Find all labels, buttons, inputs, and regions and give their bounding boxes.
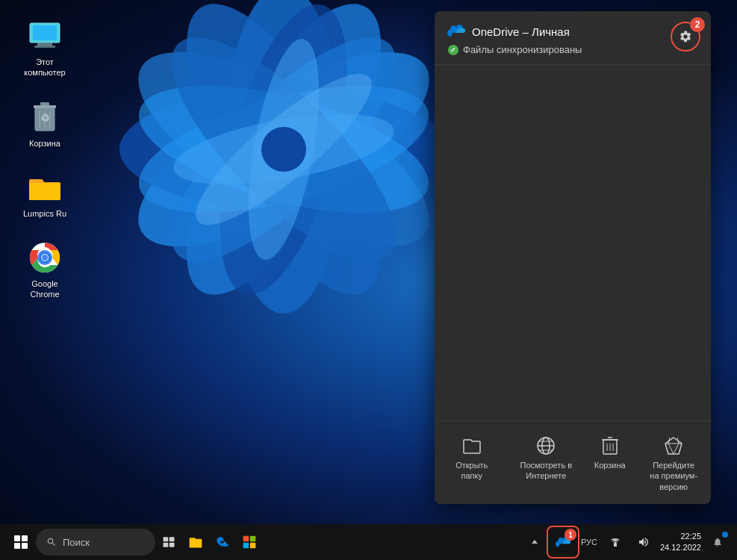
store-icon: [242, 535, 257, 550]
onedrive-popup: OneDrive – Личная ✓ Файлы синхронизирова…: [435, 11, 711, 504]
onedrive-cloud-icon: [447, 23, 466, 40]
lumpics-folder-icon: [27, 169, 63, 205]
trash-icon: [600, 436, 620, 455]
sync-status: ✓ Файлы синхронизированы: [447, 44, 582, 55]
svg-text:♻: ♻: [40, 112, 50, 124]
svg-rect-51: [170, 543, 175, 547]
clock-time: 22:25: [680, 531, 701, 542]
open-folder-button[interactable]: Открыть папку: [438, 430, 506, 488]
network-icon: [609, 536, 621, 548]
file-explorer-icon: [188, 535, 203, 549]
svg-rect-16: [33, 25, 57, 40]
notification-icon: [712, 537, 723, 547]
view-online-label: Посмотреть в Интернете: [520, 460, 572, 482]
edge-icon: [215, 535, 230, 550]
svg-rect-49: [170, 537, 175, 541]
svg-rect-53: [250, 536, 256, 542]
diamond-icon: [664, 436, 683, 455]
notification-badge: [722, 532, 728, 538]
premium-button[interactable]: Перейдите на премиум- версию: [640, 430, 707, 498]
keyboard-language-button[interactable]: РУС: [578, 529, 600, 556]
popup-content: [435, 65, 711, 420]
desktop-icon-recycle-bin[interactable]: ♻ Корзина: [15, 96, 75, 152]
popup-header-left: OneDrive – Личная ✓ Файлы синхронизирова…: [447, 23, 582, 55]
recycle-bin-label: Корзина: [29, 138, 60, 149]
desktop-icon-this-computer[interactable]: Этот компьютер: [15, 15, 75, 81]
volume-icon: [638, 536, 650, 548]
svg-rect-17: [37, 43, 52, 46]
notification-button[interactable]: [704, 529, 731, 556]
this-computer-label: Этот компьютер: [18, 57, 72, 78]
svg-line-44: [668, 444, 674, 454]
svg-marker-42: [665, 438, 682, 454]
sync-text: Файлы синхронизированы: [463, 44, 582, 55]
desktop-icons-container: Этот компьютер ♻ Корзина: [15, 15, 75, 303]
svg-rect-54: [243, 543, 249, 549]
svg-rect-55: [250, 543, 256, 549]
google-chrome-icon: [27, 240, 63, 276]
premium-label: Перейдите на премиум- версию: [647, 460, 700, 492]
desktop-icon-lumpics[interactable]: Lumpics Ru: [15, 167, 75, 222]
popup-title-row: OneDrive – Личная: [447, 23, 582, 40]
view-online-button[interactable]: Посмотреть в Интернете: [512, 430, 579, 488]
search-icon: [46, 537, 57, 547]
system-tray: 1 РУС: [521, 529, 657, 556]
svg-rect-20: [34, 105, 56, 108]
show-hidden-icons-button[interactable]: [521, 529, 548, 556]
edge-browser-button[interactable]: [209, 529, 236, 556]
open-folder-label: Открыть папку: [446, 460, 498, 482]
recycle-bin-footer-label: Корзина: [594, 460, 626, 470]
clock-area[interactable]: 22:25 24.12.2022: [657, 531, 704, 554]
task-view-button[interactable]: [155, 529, 182, 556]
google-chrome-label: Google Chrome: [18, 279, 72, 300]
clock-date: 24.12.2022: [660, 542, 701, 553]
recycle-bin-button[interactable]: Корзина: [587, 430, 633, 476]
svg-rect-56: [614, 543, 617, 547]
volume-button[interactable]: [630, 529, 657, 556]
taskbar: Поиск: [0, 524, 737, 560]
onedrive-badge: 1: [565, 529, 576, 541]
svg-rect-50: [164, 543, 169, 547]
search-bar[interactable]: Поиск: [36, 529, 155, 556]
svg-point-14: [261, 127, 306, 172]
desktop: Этот компьютер ♻ Корзина: [0, 0, 737, 560]
file-explorer-button[interactable]: [182, 529, 209, 556]
folder-icon: [462, 436, 482, 455]
popup-header: OneDrive – Личная ✓ Файлы синхронизирова…: [435, 11, 711, 65]
this-computer-icon: [27, 18, 63, 54]
svg-rect-18: [34, 46, 55, 48]
network-button[interactable]: [602, 529, 629, 556]
recycle-bin-icon: ♻: [27, 99, 63, 135]
svg-rect-21: [40, 102, 49, 105]
settings-badge: 2: [690, 17, 705, 32]
popup-footer: Открыть папку Посмотреть в Интернете: [435, 420, 711, 504]
onedrive-taskbar-icon[interactable]: 1: [550, 529, 576, 556]
search-text: Поиск: [63, 537, 90, 548]
keyboard-lang-text: РУС: [581, 538, 597, 547]
task-view-icon: [162, 535, 175, 549]
globe-icon: [536, 436, 556, 455]
lumpics-label: Lumpics Ru: [23, 208, 66, 219]
desktop-icon-google-chrome[interactable]: Google Chrome: [15, 237, 75, 303]
sync-dot: ✓: [448, 45, 458, 55]
svg-rect-48: [164, 537, 169, 541]
svg-rect-52: [243, 536, 249, 542]
windows-logo-icon: [14, 535, 28, 549]
settings-button[interactable]: 2: [672, 23, 699, 50]
svg-point-30: [42, 255, 48, 261]
start-button[interactable]: [6, 527, 36, 557]
microsoft-store-button[interactable]: [236, 529, 263, 556]
popup-title: OneDrive – Личная: [472, 25, 570, 38]
chevron-up-icon: [531, 537, 538, 547]
svg-line-45: [674, 444, 679, 454]
